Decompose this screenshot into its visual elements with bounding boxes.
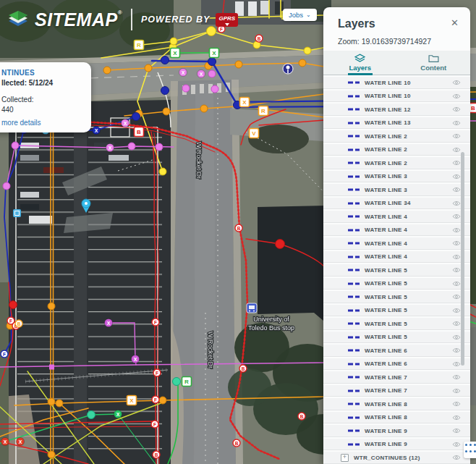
- layer-row[interactable]: WATER LINE 4: [323, 211, 470, 224]
- eye-icon[interactable]: [452, 227, 461, 233]
- ring-badge-b[interactable]: B: [15, 320, 22, 327]
- close-icon[interactable]: ✕: [451, 17, 459, 28]
- layer-row[interactable]: WATER LINE 6: [323, 345, 470, 358]
- layer-row[interactable]: WATER LINE 5: [323, 318, 470, 332]
- eye-icon[interactable]: [452, 80, 461, 85]
- x-marker[interactable]: X: [132, 355, 140, 363]
- eye-icon[interactable]: [452, 374, 461, 380]
- eye-icon[interactable]: [452, 334, 461, 340]
- layer-row[interactable]: WATER LINE 5: [323, 278, 470, 292]
- square-badge-r[interactable]: R: [135, 41, 144, 50]
- layer-row[interactable]: WATER LINE 6: [323, 358, 470, 372]
- tab-layers[interactable]: Layers: [323, 51, 397, 75]
- square-badge-x[interactable]: X: [240, 98, 250, 107]
- x-marker[interactable]: X: [122, 119, 129, 127]
- eye-icon[interactable]: [452, 415, 461, 421]
- eye-icon[interactable]: [452, 174, 461, 180]
- ring-badge-f[interactable]: F: [152, 319, 159, 326]
- x-marker[interactable]: X: [17, 438, 25, 446]
- basemap-dots-widget[interactable]: [464, 442, 476, 458]
- bus-stop-label-2: Toledo Bus stop: [248, 324, 294, 332]
- layer-row[interactable]: WATER LINE 3: [323, 171, 470, 185]
- layer-row[interactable]: WATER LINE 10: [323, 77, 470, 90]
- eye-icon[interactable]: [452, 120, 461, 126]
- eye-icon[interactable]: [452, 93, 461, 99]
- x-marker[interactable]: X: [179, 69, 187, 77]
- layer-row[interactable]: WATER LINE 5: [323, 332, 470, 345]
- square-badge-x[interactable]: X: [127, 396, 137, 405]
- square-badge-r[interactable]: R: [182, 377, 192, 387]
- ring-badge-b[interactable]: B: [153, 451, 160, 458]
- more-details-link[interactable]: more details: [1, 119, 85, 127]
- x-marker[interactable]: X: [197, 70, 205, 78]
- layer-row[interactable]: WATER LINE 7: [323, 385, 470, 399]
- eye-icon[interactable]: [452, 254, 461, 260]
- layer-row[interactable]: WATER LINE 4: [323, 251, 470, 265]
- eye-icon[interactable]: [452, 321, 461, 326]
- eye-icon[interactable]: [452, 160, 461, 166]
- ring-badge-f[interactable]: F: [152, 396, 159, 403]
- eye-icon[interactable]: [452, 201, 461, 206]
- layer-row[interactable]: WATER LINE 7: [323, 371, 470, 385]
- ring-badge-b[interactable]: B: [233, 439, 240, 447]
- eye-icon[interactable]: [452, 455, 461, 460]
- x-marker[interactable]: X: [93, 127, 101, 135]
- layer-row[interactable]: WATER LINE 3: [323, 184, 470, 198]
- x-marker[interactable]: X: [105, 319, 113, 327]
- eye-icon[interactable]: [452, 106, 461, 112]
- layer-row[interactable]: WATER LINE 9: [323, 439, 470, 452]
- ring-badge-f[interactable]: F: [151, 421, 158, 428]
- ring-badge-b[interactable]: B: [255, 35, 263, 42]
- eye-icon[interactable]: [452, 187, 461, 193]
- eye-icon[interactable]: [452, 294, 461, 300]
- eye-icon[interactable]: [452, 133, 461, 139]
- square-badge-r[interactable]: R: [259, 106, 268, 116]
- ring-badge-b[interactable]: B: [298, 413, 305, 420]
- layer-row[interactable]: WATER LINE 2: [323, 157, 470, 171]
- eye-icon[interactable]: [452, 214, 461, 219]
- ring-badge-f[interactable]: F: [153, 369, 161, 376]
- ring-badge-f[interactable]: F: [1, 350, 8, 358]
- layer-row[interactable]: WATER LINE 5: [323, 291, 470, 305]
- square-badge-b[interactable]: B: [135, 127, 144, 137]
- eye-icon[interactable]: [452, 347, 461, 353]
- jobs-button[interactable]: Jobs ⌄: [283, 9, 317, 21]
- layer-row[interactable]: WATER LINE 2: [323, 144, 470, 158]
- layer-row[interactable]: WATER LINE 5: [323, 264, 470, 278]
- layer-row[interactable]: WATER LINE 8: [323, 412, 470, 426]
- eye-icon[interactable]: [452, 388, 461, 394]
- layer-row-label: WATER LINE 5: [365, 321, 407, 327]
- eye-icon[interactable]: [452, 442, 461, 447]
- x-marker[interactable]: X: [114, 410, 122, 418]
- eye-icon[interactable]: [452, 308, 461, 313]
- expand-icon[interactable]: +: [341, 454, 349, 462]
- layer-row[interactable]: WATER LINE 4: [323, 224, 470, 238]
- eye-icon[interactable]: [452, 401, 461, 407]
- layer-row[interactable]: WATER LINE 4: [323, 237, 470, 251]
- ring-badge-b[interactable]: B: [239, 365, 247, 372]
- tab-content[interactable]: Content: [397, 51, 471, 75]
- eye-icon[interactable]: [452, 428, 461, 434]
- eye-icon[interactable]: [452, 267, 461, 273]
- layer-row[interactable]: WATER LINE 5: [323, 305, 470, 319]
- x-marker[interactable]: X: [1, 438, 9, 446]
- eye-icon[interactable]: [452, 281, 461, 287]
- square-badge-x[interactable]: X: [210, 48, 219, 58]
- eye-icon[interactable]: [452, 147, 461, 153]
- layer-row[interactable]: WATER LINE 8: [323, 398, 470, 412]
- panel-scrollbar[interactable]: [461, 152, 464, 366]
- layer-row[interactable]: WATER LINE 12: [323, 104, 470, 117]
- layer-row[interactable]: WATER LINE 9: [323, 425, 470, 439]
- layer-row[interactable]: WATER LINE 13: [323, 117, 470, 131]
- square-badge-x[interactable]: X: [171, 48, 180, 58]
- layer-group-row[interactable]: + WTR_CONTINUES (12): [323, 452, 470, 464]
- ring-badge-b[interactable]: B: [235, 224, 242, 232]
- powered-by-label: POWERED BY: [141, 14, 210, 25]
- x-marker[interactable]: X: [106, 144, 114, 152]
- square-badge-v[interactable]: V: [250, 129, 259, 138]
- eye-icon[interactable]: [452, 361, 461, 367]
- layer-row[interactable]: WATER LINE 2: [323, 130, 470, 144]
- eye-icon[interactable]: [452, 240, 461, 246]
- layer-row[interactable]: WATER LINE 10: [323, 90, 470, 104]
- layer-row[interactable]: WATER LINE 34: [323, 198, 470, 211]
